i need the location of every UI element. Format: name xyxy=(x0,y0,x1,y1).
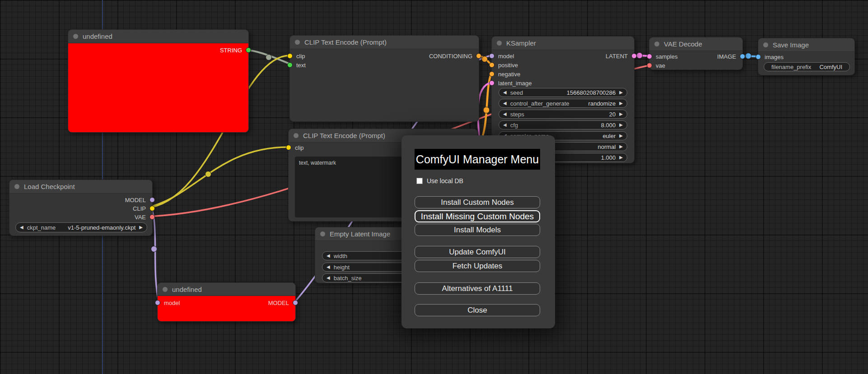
control-after-generate-widget[interactable]: ◀ control_after_generate randomize ▶ xyxy=(499,99,627,108)
widget-value: v1-5-pruned-emaonly.ckpt xyxy=(68,224,135,231)
comfyui-manager-menu-dialog: ComfyUI Manager Menu Use local DB Instal… xyxy=(401,135,555,328)
clip-port-dot xyxy=(286,145,291,150)
model-port-dot xyxy=(149,197,155,203)
input-port-negative[interactable]: negative xyxy=(489,69,520,78)
widget-label: width xyxy=(334,253,347,259)
decrement-arrow-icon[interactable]: ◀ xyxy=(503,112,507,116)
node-header[interactable]: undefined xyxy=(68,30,248,43)
model-port-dot xyxy=(293,300,298,305)
model-port-dot xyxy=(155,300,160,305)
input-port-clip[interactable]: clip xyxy=(286,143,304,152)
port-label: clip xyxy=(295,144,304,151)
widget-label: height xyxy=(334,264,350,271)
input-port-vae[interactable]: vae xyxy=(647,61,665,70)
output-port-image[interactable]: IMAGE xyxy=(717,52,745,61)
node-header[interactable]: Save Image xyxy=(758,38,854,52)
node-undefined-top[interactable]: undefined STRING xyxy=(68,29,249,133)
install-missing-custom-nodes-button[interactable]: Install Missing Custom Nodes xyxy=(415,210,540,222)
checkbox-label: Use local DB xyxy=(427,177,463,185)
node-status-dot-icon xyxy=(163,287,168,292)
decrement-arrow-icon[interactable]: ◀ xyxy=(503,123,507,127)
increment-arrow-icon[interactable]: ▶ xyxy=(619,90,623,95)
node-save-image[interactable]: Save Image images filename_prefix ComfyU… xyxy=(758,38,855,75)
input-port-model[interactable]: model xyxy=(155,298,180,307)
input-port-positive[interactable]: positive xyxy=(489,60,518,69)
node-title: CLIP Text Encode (Prompt) xyxy=(303,132,385,139)
widget-value: euler xyxy=(602,133,616,139)
close-button[interactable]: Close xyxy=(415,304,540,316)
seed-widget[interactable]: ◀ seed 156680208700286 ▶ xyxy=(499,88,627,97)
install-custom-nodes-button[interactable]: Install Custom Nodes xyxy=(415,196,540,208)
widget-label: steps xyxy=(510,111,524,118)
input-port-text[interactable]: text xyxy=(287,60,306,69)
update-comfyui-button[interactable]: Update ComfyUI xyxy=(415,246,540,258)
output-port-conditioning[interactable]: CONDITIONING xyxy=(429,51,481,60)
port-label: LATENT xyxy=(606,53,628,60)
port-label: model xyxy=(498,53,514,60)
output-port-vae[interactable]: VAE xyxy=(135,212,155,222)
text-port-dot xyxy=(287,62,293,68)
port-label: VAE xyxy=(135,214,146,221)
increment-arrow-icon[interactable]: ▶ xyxy=(139,225,143,230)
model-port-dot xyxy=(489,53,495,59)
node-status-dot-icon xyxy=(294,133,299,138)
increment-arrow-icon[interactable]: ▶ xyxy=(619,112,623,116)
node-title: Save Image xyxy=(773,41,809,49)
node-clip-text-encode-1[interactable]: CLIP Text Encode (Prompt) clip text COND… xyxy=(289,35,479,122)
decrement-arrow-icon[interactable]: ◀ xyxy=(503,101,507,106)
node-status-dot-icon xyxy=(320,231,325,236)
node-header[interactable]: Load Checkpoint xyxy=(9,180,152,194)
input-port-clip[interactable]: clip xyxy=(287,51,305,60)
decrement-arrow-icon[interactable]: ◀ xyxy=(20,225,23,230)
use-local-db-checkbox[interactable] xyxy=(416,178,423,184)
widget-value: randomize xyxy=(588,100,616,107)
install-models-button[interactable]: Install Models xyxy=(415,224,540,236)
ckpt-name-widget[interactable]: ◀ ckpt_name v1-5-pruned-emaonly.ckpt ▶ xyxy=(15,222,147,232)
vae-port-dot xyxy=(647,63,652,68)
decrement-arrow-icon[interactable]: ◀ xyxy=(327,254,330,258)
node-undefined-bottom[interactable]: undefined model MODEL xyxy=(157,282,296,322)
alternatives-of-a1111-button[interactable]: Alternatives of A1111 xyxy=(415,282,540,295)
port-label: text xyxy=(296,62,306,69)
image-port-dot xyxy=(756,54,761,60)
input-port-images[interactable]: images xyxy=(756,52,784,61)
input-port-model[interactable]: model xyxy=(489,51,514,60)
input-port-samples[interactable]: samples xyxy=(647,52,677,61)
widget-label: filename_prefix xyxy=(771,64,811,70)
output-port-clip[interactable]: CLIP xyxy=(133,204,155,213)
widget-value: 20 xyxy=(609,111,616,118)
fetch-updates-button[interactable]: Fetch Updates xyxy=(415,260,540,272)
filename-prefix-widget[interactable]: filename_prefix ComfyUI xyxy=(764,62,850,71)
widget-value: 8.000 xyxy=(601,122,616,129)
input-port-latent-image[interactable]: latent_image xyxy=(489,78,532,88)
port-label: positive xyxy=(498,62,518,69)
steps-widget[interactable]: ◀ steps 20 ▶ xyxy=(499,110,627,119)
output-port-model[interactable]: MODEL xyxy=(125,195,155,204)
increment-arrow-icon[interactable]: ▶ xyxy=(619,123,623,127)
increment-arrow-icon[interactable]: ▶ xyxy=(619,155,623,160)
node-header[interactable]: undefined xyxy=(158,283,295,296)
node-title: undefined xyxy=(83,32,112,40)
node-header[interactable]: KSampler xyxy=(492,37,634,50)
output-port-string[interactable]: STRING xyxy=(220,46,251,55)
output-port-latent[interactable]: LATENT xyxy=(606,51,637,60)
node-vae-decode[interactable]: VAE Decode samples vae IMAGE xyxy=(649,37,743,70)
increment-arrow-icon[interactable]: ▶ xyxy=(619,101,623,106)
node-load-checkpoint[interactable]: Load Checkpoint MODEL CLIP VAE ◀ ckpt_na… xyxy=(9,180,153,236)
port-label: vae xyxy=(656,62,665,69)
node-status-dot-icon xyxy=(497,41,502,46)
decrement-arrow-icon[interactable]: ◀ xyxy=(327,276,330,280)
output-port-model[interactable]: MODEL xyxy=(268,298,298,307)
port-label: latent_image xyxy=(498,80,532,87)
increment-arrow-icon[interactable]: ▶ xyxy=(619,134,623,138)
decrement-arrow-icon[interactable]: ◀ xyxy=(503,90,507,95)
latent-port-dot xyxy=(489,80,495,86)
cfg-widget[interactable]: ◀ cfg 8.000 ▶ xyxy=(499,120,627,129)
node-header[interactable]: VAE Decode xyxy=(649,37,742,51)
node-status-dot-icon xyxy=(295,40,300,45)
decrement-arrow-icon[interactable]: ◀ xyxy=(327,265,330,269)
increment-arrow-icon[interactable]: ▶ xyxy=(619,144,623,149)
widget-value: 1.000 xyxy=(601,154,616,161)
node-title: Empty Latent Image xyxy=(330,230,390,238)
node-header[interactable]: CLIP Text Encode (Prompt) xyxy=(290,36,479,49)
